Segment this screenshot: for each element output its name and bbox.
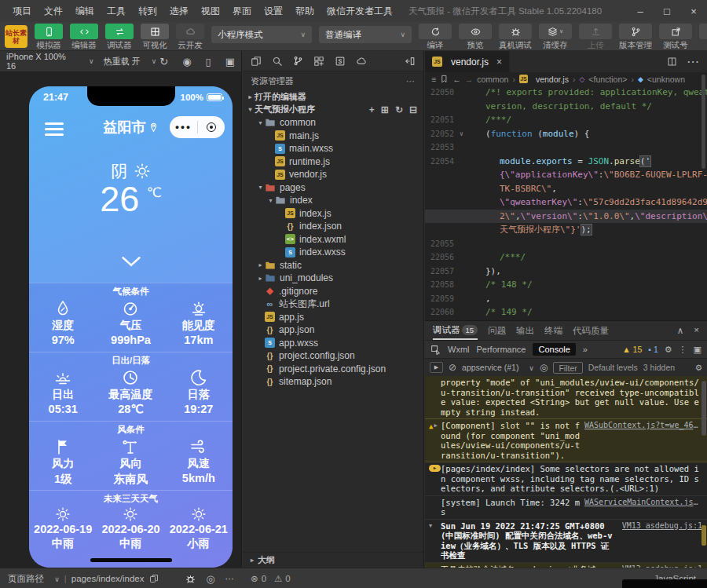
menu-item-3[interactable]: 工具 bbox=[101, 5, 132, 18]
tree-item-index.wxml[interactable]: <>index.wxml bbox=[243, 233, 423, 247]
toolbar-swap-button[interactable]: 调试器 bbox=[105, 24, 134, 51]
close-icon[interactable]: × bbox=[694, 325, 699, 336]
toolbar-cloud-button[interactable]: 云开发 bbox=[176, 24, 204, 51]
eval-context-icon[interactable]: ▶ bbox=[430, 362, 443, 373]
console-scrollbar[interactable] bbox=[702, 381, 706, 436]
toolbar-grid-button[interactable]: 可视化 bbox=[141, 24, 169, 51]
tree-item-static[interactable]: ▸static bbox=[243, 259, 423, 272]
toolbar-upload-button[interactable]: 上传 bbox=[579, 24, 612, 51]
source-link[interactable]: VM13 asdebug.js:1 bbox=[622, 521, 702, 531]
console-message-1[interactable]: ▲▶[Component] slot "" is not found (for … bbox=[425, 419, 707, 462]
hot-reload-toggle[interactable]: 热重载 开 bbox=[104, 56, 141, 68]
more-icon[interactable]: ⋯ bbox=[687, 54, 699, 69]
tab-problems[interactable]: 问题 bbox=[488, 325, 506, 337]
code-line[interactable]: 22052∨(function (module) { bbox=[425, 127, 707, 141]
gear-icon[interactable]: ⚙ bbox=[665, 345, 672, 355]
log-levels-select[interactable]: Default levels bbox=[588, 363, 638, 372]
eye-icon[interactable]: ◎ bbox=[206, 573, 214, 585]
menu-item-8[interactable]: 设置 bbox=[258, 5, 289, 18]
menu-item-7[interactable]: 界面 bbox=[226, 5, 258, 18]
tree-item-project.private.config.json[interactable]: {}project.private.config.json bbox=[243, 363, 423, 376]
kebab-menu-icon[interactable]: ⋮ bbox=[679, 345, 687, 355]
back-icon[interactable]: ← bbox=[452, 75, 461, 84]
code-line[interactable]: 22051/***/ bbox=[425, 113, 707, 127]
tree-item-.url[interactable]: ∞站长图库.url bbox=[243, 298, 423, 311]
toolbar-bug-button[interactable]: 真机调试 bbox=[499, 24, 532, 51]
console-message-4[interactable]: ▼Sun Jun 19 2022 21:47:25 GMT+0800 (中国标准… bbox=[425, 520, 707, 563]
console-message-0[interactable]: property "mode" of "uni_modules/uview-ui… bbox=[425, 376, 707, 419]
project-root[interactable]: ▾ 天气预报小程序 +⊞↻⊟ bbox=[243, 104, 423, 117]
code-line[interactable]: 天气预报小程序\"}'); bbox=[425, 223, 707, 237]
extensions-icon[interactable] bbox=[313, 56, 324, 67]
code-line[interactable]: 22055 bbox=[425, 237, 707, 251]
toolbar-code-button[interactable]: 编辑器 bbox=[70, 24, 98, 51]
clear-console-icon[interactable]: ⊘ bbox=[449, 362, 456, 373]
device-frame-icon[interactable]: ▯ bbox=[206, 56, 211, 68]
toolbar-branch-button[interactable]: 版本管理 bbox=[619, 24, 652, 51]
code-line[interactable]: 2\",\"version\":\"1.0.0\",\"description\… bbox=[425, 210, 707, 224]
tab-output[interactable]: 输出 bbox=[516, 325, 534, 337]
toolbar-eye-button[interactable]: 预览 bbox=[459, 24, 492, 51]
tree-item-app.js[interactable]: JSapp.js bbox=[243, 311, 423, 324]
tree-item-main.js[interactable]: JSmain.js bbox=[243, 130, 423, 143]
tab-vendor-js[interactable]: JS vendor.js × bbox=[425, 51, 510, 72]
errors-icon[interactable]: ⊗ bbox=[251, 573, 258, 584]
tree-item-pages[interactable]: ▾pages bbox=[243, 181, 423, 195]
collapse-panel-icon[interactable]: ∧ bbox=[677, 325, 683, 336]
more-tabs-icon[interactable]: » bbox=[583, 345, 588, 354]
tree-item-sitemap.json[interactable]: {}sitemap.json bbox=[243, 375, 423, 389]
source-link[interactable]: WAServiceMainContext.js:2 bbox=[584, 498, 702, 508]
crumb-unknown[interactable]: <unknown bbox=[647, 75, 685, 84]
tree-item-project.config.json[interactable]: {}project.config.json bbox=[243, 349, 423, 363]
forward-icon[interactable]: → bbox=[465, 75, 474, 84]
record-icon[interactable]: ◉ bbox=[182, 56, 191, 68]
tab-terminal[interactable]: 终端 bbox=[544, 325, 562, 337]
copy-icon[interactable] bbox=[149, 574, 159, 583]
toolbar-phone-button[interactable]: 模拟器 bbox=[35, 24, 63, 51]
cloud-icon[interactable] bbox=[356, 56, 367, 67]
minimize-button[interactable]: – bbox=[627, 0, 654, 22]
toolbar-list-button[interactable]: 详情 bbox=[699, 24, 707, 51]
code-area[interactable]: 22050/*! exports provided: applicationKe… bbox=[425, 86, 707, 320]
console-message-3[interactable]: [system] Launch Time: 3242 msWAServiceMa… bbox=[425, 496, 707, 520]
outline-list-icon[interactable]: ≡ bbox=[431, 75, 436, 84]
collapse-all-icon[interactable]: ⊟ bbox=[409, 104, 417, 115]
dock-icon[interactable]: ▣ bbox=[694, 345, 702, 355]
toolbar-refresh-button[interactable]: 编译 bbox=[419, 24, 452, 51]
menu-item-9[interactable]: 帮助 bbox=[289, 5, 321, 18]
code-line[interactable]: 22058/* 148 */ bbox=[425, 278, 707, 292]
more-icon[interactable]: ⋯ bbox=[406, 76, 416, 86]
code-line[interactable]: {\"applicationKey\":\"BO6BZ-6UQEW-LPLRF-… bbox=[425, 168, 707, 182]
editor-scrollbar[interactable] bbox=[702, 75, 705, 169]
snippets-icon[interactable] bbox=[335, 56, 346, 67]
source-control-icon[interactable] bbox=[293, 56, 303, 66]
menu-item-6[interactable]: 视图 bbox=[195, 5, 226, 18]
restart-icon[interactable]: ↻ bbox=[159, 56, 168, 68]
code-line[interactable]: TK-BSBRC\", bbox=[425, 182, 707, 196]
bug-icon[interactable] bbox=[185, 574, 196, 584]
fold-icon[interactable]: ∨ bbox=[460, 127, 468, 141]
close-icon[interactable]: × bbox=[496, 57, 502, 68]
menu-item-5[interactable]: 选择 bbox=[163, 5, 195, 18]
tree-item-app.json[interactable]: {}app.json bbox=[243, 323, 423, 337]
new-folder-icon[interactable]: ⊞ bbox=[381, 104, 389, 115]
menu-item-4[interactable]: 转到 bbox=[132, 5, 163, 18]
code-line[interactable]: 22059, bbox=[425, 292, 707, 306]
bookmark-icon[interactable] bbox=[440, 75, 449, 83]
crumb-file[interactable]: vendor.js bbox=[536, 75, 569, 84]
tree-item-main.wxss[interactable]: Smain.wxss bbox=[243, 142, 423, 155]
chevron-down-icon[interactable] bbox=[29, 256, 233, 267]
screenshot-icon[interactable]: ▣ bbox=[225, 56, 235, 68]
tree-item-vendor.js[interactable]: JSvendor.js bbox=[243, 168, 423, 181]
more-icon[interactable]: ⋯ bbox=[225, 573, 235, 584]
tree-item-app.wxss[interactable]: Sapp.wxss bbox=[243, 337, 423, 350]
compile-select[interactable]: 普通编译 ∨ bbox=[319, 26, 412, 43]
code-line[interactable]: \"qweatherKey\":\"57c9dd2d3fac41d89642d9… bbox=[425, 195, 707, 210]
tab-debugger[interactable]: 调试器15 bbox=[433, 321, 478, 340]
source-link[interactable]: WASubContext.js?t=we_46437460&v=2.24.6:2 bbox=[584, 421, 702, 431]
tab-wxml[interactable]: Wxml bbox=[448, 345, 470, 354]
menu-item-10[interactable]: 微信开发者工具 bbox=[321, 5, 399, 18]
code-line[interactable]: 22060/* 149 */ bbox=[425, 305, 707, 320]
expand-icon[interactable]: ▼ bbox=[429, 522, 432, 531]
code-line[interactable]: 22057}), bbox=[425, 265, 707, 279]
